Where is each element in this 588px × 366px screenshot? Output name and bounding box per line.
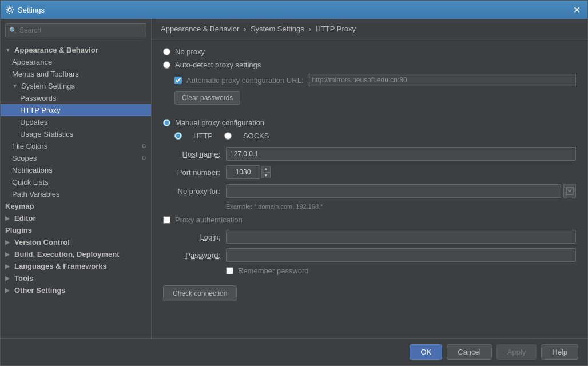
auto-config-checkbox[interactable]: [174, 77, 182, 84]
close-button[interactable]: ✕: [570, 3, 583, 16]
sidebar-item-label: Keymap: [5, 202, 34, 210]
sidebar-item-label: Plugins: [5, 226, 32, 234]
remember-password-checkbox[interactable]: [226, 267, 233, 274]
sidebar-item-other-settings[interactable]: ▶ Other Settings: [1, 284, 151, 296]
search-input[interactable]: [19, 25, 142, 35]
port-input[interactable]: [226, 165, 260, 179]
no-proxy-radio[interactable]: [163, 48, 170, 55]
apply-button[interactable]: Apply: [496, 344, 537, 360]
no-proxy-add-button[interactable]: [563, 184, 576, 198]
search-box[interactable]: 🔍: [5, 23, 146, 37]
host-name-label: Host name:: [163, 150, 226, 158]
cancel-button[interactable]: Cancel: [447, 344, 491, 360]
sidebar-item-label: Updates: [20, 118, 47, 126]
no-proxy-for-wrap: [226, 184, 576, 198]
example-text: Example: *.domain.com, 192.168.*: [226, 203, 576, 210]
auto-config-section: Automatic proxy configuration URL: Clear…: [174, 74, 576, 113]
expand-arrow: ▶: [5, 275, 12, 281]
sidebar-item-quick-lists[interactable]: Quick Lists: [1, 176, 151, 188]
svg-rect-1: [566, 188, 573, 194]
sidebar-item-tools[interactable]: ▶ Tools: [1, 272, 151, 284]
clear-passwords-button[interactable]: Clear passwords: [174, 91, 240, 105]
title-bar-left: Settings: [5, 5, 45, 14]
sidebar-item-file-colors[interactable]: File Colors ⚙: [1, 140, 151, 152]
sidebar-item-usage-statistics[interactable]: Usage Statistics: [1, 128, 151, 140]
expand-arrow: ▶: [5, 287, 12, 293]
expand-arrow: ▶: [5, 239, 12, 245]
no-proxy-for-input[interactable]: [226, 184, 561, 198]
search-icon: 🔍: [9, 27, 17, 34]
no-proxy-row: No proxy: [163, 47, 576, 56]
proxy-auth-row: Proxy authentication: [163, 216, 576, 224]
sidebar-item-label: Other Settings: [14, 286, 66, 295]
settings-area: No proxy Auto-detect proxy settings Auto…: [152, 38, 587, 338]
password-row: Password:: [163, 248, 576, 262]
sidebar-item-label: Notifications: [12, 166, 53, 174]
sidebar-item-version-control[interactable]: ▶ Version Control: [1, 236, 151, 248]
sidebar-item-build-execution[interactable]: ▶ Build, Execution, Deployment: [1, 248, 151, 260]
password-label: Password:: [163, 251, 226, 260]
sidebar-item-label: Quick Lists: [12, 178, 49, 186]
auto-config-label[interactable]: Automatic proxy configuration URL:: [186, 76, 303, 85]
manual-proxy-row: Manual proxy configuration: [163, 118, 576, 127]
ok-button[interactable]: OK: [410, 344, 442, 360]
proxy-auth-checkbox[interactable]: [163, 216, 170, 224]
port-input-wrap: ▲ ▼: [226, 165, 271, 179]
scopes-icon: ⚙: [141, 155, 146, 161]
sidebar-item-updates[interactable]: Updates: [1, 116, 151, 128]
socks-radio[interactable]: [224, 132, 232, 140]
sidebar-item-label: Tools: [14, 274, 34, 283]
sidebar-item-editor[interactable]: ▶ Editor: [1, 212, 151, 224]
sidebar-item-system-settings[interactable]: ▼ System Settings: [1, 80, 151, 92]
host-name-input[interactable]: [226, 147, 576, 161]
sidebar-item-path-variables[interactable]: Path Variables: [1, 188, 151, 200]
file-colors-icon: ⚙: [141, 143, 146, 149]
breadcrumb: Appearance & Behavior › System Settings …: [152, 19, 587, 38]
sidebar-item-appearance[interactable]: Appearance: [1, 56, 151, 68]
breadcrumb-sep-1: ›: [244, 25, 246, 33]
sidebar: 🔍 ▼ Appearance & Behavior Appearance Men…: [1, 19, 152, 338]
sidebar-item-label: Usage Statistics: [20, 130, 73, 138]
expand-arrow: ▶: [5, 215, 12, 221]
title-bar: Settings ✕: [1, 1, 587, 19]
port-spinner: ▲ ▼: [261, 166, 271, 178]
help-button[interactable]: Help: [541, 344, 578, 360]
sidebar-item-label: Passwords: [20, 94, 57, 102]
sidebar-item-label: Path Variables: [12, 190, 60, 198]
proxy-auth-label[interactable]: Proxy authentication: [175, 216, 243, 224]
no-proxy-label[interactable]: No proxy: [175, 47, 205, 56]
sidebar-item-label: HTTP Proxy: [20, 106, 61, 114]
sidebar-item-scopes[interactable]: Scopes ⚙: [1, 152, 151, 164]
auto-detect-label[interactable]: Auto-detect proxy settings: [175, 61, 261, 69]
http-radio[interactable]: [174, 132, 182, 140]
port-label: Port number:: [163, 168, 226, 177]
sidebar-item-keymap[interactable]: Keymap: [1, 200, 151, 212]
manual-proxy-radio[interactable]: [163, 119, 170, 126]
password-input[interactable]: [226, 248, 576, 262]
sidebar-item-label: Appearance: [12, 58, 52, 66]
sidebar-item-notifications[interactable]: Notifications: [1, 164, 151, 176]
sidebar-item-passwords[interactable]: Passwords: [1, 92, 151, 104]
expand-arrow: ▶: [5, 263, 12, 269]
sidebar-item-languages-frameworks[interactable]: ▶ Languages & Frameworks: [1, 260, 151, 272]
login-input[interactable]: [226, 230, 576, 244]
http-label[interactable]: HTTP: [193, 132, 213, 140]
socks-label[interactable]: SOCKS: [243, 132, 269, 140]
sidebar-item-http-proxy[interactable]: HTTP Proxy: [1, 104, 151, 116]
http-socks-row: HTTP SOCKS: [174, 132, 576, 140]
config-url-input[interactable]: [308, 74, 576, 86]
auto-detect-radio[interactable]: [163, 61, 170, 69]
remember-password-row: Remember password: [226, 266, 576, 275]
port-increment-button[interactable]: ▲: [261, 166, 271, 172]
remember-password-label[interactable]: Remember password: [238, 266, 309, 275]
sidebar-item-appearance-behavior[interactable]: ▼ Appearance & Behavior: [1, 44, 151, 56]
tree: ▼ Appearance & Behavior Appearance Menus…: [1, 42, 151, 338]
sidebar-item-menus-toolbars[interactable]: Menus and Toolbars: [1, 68, 151, 80]
sidebar-item-label: Version Control: [14, 238, 70, 246]
sidebar-item-plugins[interactable]: Plugins: [1, 224, 151, 236]
manual-proxy-label[interactable]: Manual proxy configuration: [175, 118, 264, 127]
check-connection-button[interactable]: Check connection: [163, 285, 237, 301]
expand-arrow: ▼: [5, 47, 12, 53]
port-decrement-button[interactable]: ▼: [261, 172, 271, 178]
settings-window: Settings ✕ 🔍 ▼ Appearance & Behavior App…: [0, 0, 588, 366]
